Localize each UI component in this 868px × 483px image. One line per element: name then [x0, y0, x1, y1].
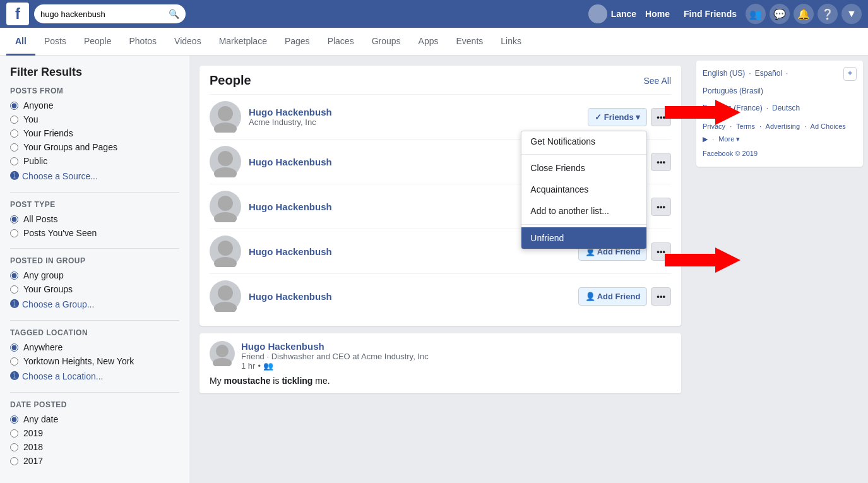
- person-info: Hugo Hackenbush: [249, 291, 578, 302]
- search-icon[interactable]: 🔍: [169, 9, 179, 19]
- lang-french[interactable]: Français (France): [703, 102, 763, 116]
- post-content: My moustache is tickling me.: [210, 376, 671, 386]
- radio-your-friends[interactable]: Your Friends: [10, 128, 179, 138]
- svg-point-7: [218, 196, 233, 211]
- radio-2017[interactable]: 2017: [10, 456, 179, 466]
- radio-you[interactable]: You: [10, 114, 179, 124]
- dropdown-item-acquaintances[interactable]: Acquaintances: [521, 179, 646, 200]
- search-input[interactable]: [40, 9, 169, 19]
- terms-link[interactable]: Terms: [736, 122, 755, 130]
- tab-all[interactable]: All: [6, 28, 35, 56]
- people-section: People See All Hugo Hackenbush Acme Indu…: [199, 66, 681, 326]
- more-options-button[interactable]: •••: [651, 287, 671, 306]
- lang-german[interactable]: Deutsch: [772, 102, 800, 116]
- tab-photos[interactable]: Photos: [121, 28, 166, 56]
- radio-2018[interactable]: 2018: [10, 442, 179, 452]
- radio-all-posts[interactable]: All Posts: [10, 214, 179, 224]
- facebook-logo[interactable]: f: [6, 3, 29, 25]
- more-options-button[interactable]: •••: [651, 108, 671, 126]
- footer-links: Privacy · Terms · Advertising · Ad Choic…: [703, 121, 857, 146]
- dropdown-icon[interactable]: ▼: [841, 4, 862, 24]
- post-type-section: POST TYPE All Posts Posts You've Seen: [10, 200, 179, 238]
- sep: ·: [730, 122, 732, 130]
- radio-any-date[interactable]: Any date: [10, 414, 179, 424]
- tab-places[interactable]: Places: [319, 28, 363, 56]
- avatar: [210, 236, 241, 267]
- friends-button[interactable]: ✓ Friends ▾: [588, 108, 647, 126]
- person-info: Hugo Hackenbush Acme Industry, Inc: [249, 107, 588, 127]
- svg-point-15: [213, 358, 232, 366]
- more-options-button[interactable]: •••: [651, 242, 671, 261]
- person-name[interactable]: Hugo Hackenbush: [249, 107, 588, 117]
- tab-events[interactable]: Events: [448, 28, 492, 56]
- friends-dropdown-menu: Get Notifications Close Friends Acquaint…: [521, 131, 647, 249]
- friends-dropdown-wrapper: ✓ Friends ▾ Get Notifications Close Frie…: [588, 108, 647, 126]
- svg-point-6: [214, 167, 237, 177]
- advertising-link[interactable]: Advertising: [766, 122, 800, 130]
- more-options-button[interactable]: •••: [651, 153, 671, 171]
- dropdown-item-get-notifications[interactable]: Get Notifications: [521, 131, 646, 152]
- date-posted-label: DATE POSTED: [10, 400, 179, 409]
- notifications-icon[interactable]: 🔔: [794, 4, 814, 24]
- table-row: Hugo Hackenbush Acme Industry, Inc ✓ Fri…: [210, 94, 671, 139]
- top-nav: f 🔍 Lance Home Find Friends 👥 💬 🔔 ❔ ▼: [0, 0, 868, 28]
- dropdown-item-add-to-list[interactable]: Add to another list...: [521, 200, 646, 222]
- nav-find-friends[interactable]: Find Friends: [679, 9, 742, 19]
- nav-user[interactable]: Lance: [588, 4, 636, 23]
- radio-2019[interactable]: 2019: [10, 428, 179, 438]
- posts-from-label: POSTS FROM: [10, 86, 179, 95]
- privacy-link[interactable]: Privacy: [703, 122, 725, 130]
- radio-posts-seen[interactable]: Posts You've Seen: [10, 228, 179, 238]
- see-all-link[interactable]: See All: [643, 76, 671, 86]
- messenger-icon[interactable]: 💬: [770, 4, 790, 24]
- tab-groups[interactable]: Groups: [363, 28, 410, 56]
- date-posted-section: DATE POSTED Any date 2019 2018 2017: [10, 400, 179, 466]
- filter-title: Filter Results: [10, 66, 179, 79]
- tab-videos[interactable]: Videos: [165, 28, 210, 56]
- post-type-label: POST TYPE: [10, 200, 179, 209]
- nav-home[interactable]: Home: [640, 9, 675, 19]
- dropdown-item-unfriend[interactable]: Unfriend: [521, 227, 646, 249]
- tab-links[interactable]: Links: [492, 28, 530, 56]
- svg-point-8: [214, 212, 237, 222]
- tab-people[interactable]: People: [75, 28, 121, 56]
- posted-in-group-label: POSTED IN GROUP: [10, 256, 179, 265]
- svg-point-14: [216, 345, 229, 357]
- tab-marketplace[interactable]: Marketplace: [210, 28, 276, 56]
- radio-yorktown[interactable]: Yorktown Heights, New York: [10, 356, 179, 366]
- lang-portuguese[interactable]: Português (Brasil): [703, 85, 763, 98]
- svg-point-13: [214, 302, 237, 312]
- choose-group-link[interactable]: ➊ Choose a Group...: [10, 298, 179, 310]
- choose-location-link[interactable]: ➊ Choose a Location...: [10, 370, 179, 382]
- dropdown-item-close-friends[interactable]: Close Friends: [521, 157, 646, 179]
- lang-espanol[interactable]: Español: [755, 67, 782, 81]
- tab-apps[interactable]: Apps: [410, 28, 448, 56]
- people-title: People: [210, 73, 251, 88]
- lang-english[interactable]: English (US): [703, 67, 745, 81]
- ad-choices-link[interactable]: Ad Choices: [811, 122, 846, 130]
- avatar: [210, 146, 241, 177]
- radio-your-groups[interactable]: Your Groups: [10, 284, 179, 294]
- more-options-button[interactable]: •••: [651, 198, 671, 216]
- choose-source-link[interactable]: ➊ Choose a Source...: [10, 170, 179, 182]
- radio-public[interactable]: Public: [10, 156, 179, 166]
- radio-your-groups-pages[interactable]: Your Groups and Pages: [10, 142, 179, 152]
- svg-point-11: [214, 257, 237, 267]
- tab-posts[interactable]: Posts: [35, 28, 75, 56]
- add-language-button[interactable]: +: [843, 67, 857, 81]
- sep: ·: [712, 135, 714, 143]
- page-body: Filter Results POSTS FROM Anyone You You…: [0, 56, 868, 483]
- tagged-location-section: TAGGED LOCATION Anywhere Yorktown Height…: [10, 328, 179, 382]
- post-name[interactable]: Hugo Hackenbush: [241, 341, 671, 352]
- radio-any-group[interactable]: Any group: [10, 270, 179, 280]
- radio-anywhere[interactable]: Anywhere: [10, 342, 179, 352]
- person-name[interactable]: Hugo Hackenbush: [249, 291, 578, 302]
- more-link[interactable]: More ▾: [718, 135, 740, 143]
- add-friend-button[interactable]: 👤 Add Friend: [578, 287, 648, 306]
- tab-pages[interactable]: Pages: [276, 28, 319, 56]
- friends-icon[interactable]: 👥: [746, 4, 766, 24]
- radio-anyone[interactable]: Anyone: [10, 100, 179, 110]
- plus-icon: ➊: [10, 298, 18, 310]
- copyright: Facebook © 2019: [703, 148, 857, 160]
- help-icon[interactable]: ❔: [817, 4, 838, 24]
